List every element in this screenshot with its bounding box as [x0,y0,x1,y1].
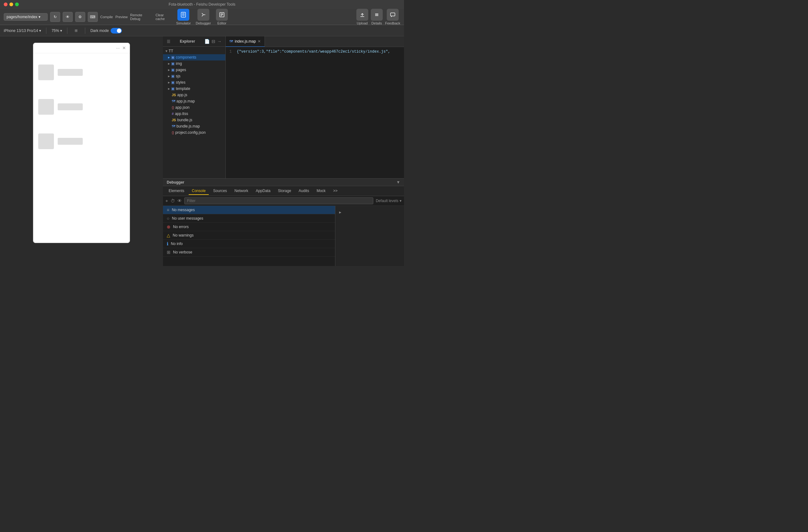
keyboard-icon-box: ⌨ [88,12,98,22]
tab-close-icon[interactable]: ✕ [258,39,261,43]
filter-input[interactable] [184,197,373,204]
settings-button-group[interactable]: ⚙ [75,12,85,22]
tree-file-project-config[interactable]: {} project.config.json [163,129,225,136]
editor-tab-index-js-map[interactable]: 🗺 index.js.map ✕ [226,36,265,47]
editor-explorer-row: ☰ Explorer 📄 ⊟ → ▾ TT [163,36,404,178]
console-item-no-warnings[interactable]: △ No warnings [163,231,335,240]
eye-tool-icon[interactable]: 👁 [178,198,182,203]
styles-chevron: ▸ [168,80,170,84]
ttss-icon: # [172,112,173,116]
pages-label: pages [176,68,186,72]
simulator-icon [180,12,186,18]
new-file-icon[interactable]: 📄 [204,39,210,44]
line-number-1: 1 [229,50,232,54]
debugger-icon-box [198,9,209,21]
tree-folder-sjs[interactable]: ▸ ▣ sjs [163,73,225,79]
dark-mode-toggle[interactable] [111,28,122,34]
no-messages-text: No messages [172,208,331,212]
console-item-no-errors[interactable]: ⊗ No errors [163,223,335,231]
minimize-traffic-light[interactable] [10,2,13,6]
tree-folder-components[interactable]: ▸ ▣ components [163,54,225,60]
tree-file-app-json[interactable]: {} app.json [163,104,225,111]
layout-button[interactable] [72,27,80,35]
page-selector-arrow: ▾ [39,15,40,19]
keyboard-button-group[interactable]: ⌨ [88,12,98,22]
clear-cache-button-group[interactable]: Clear cache [155,13,173,21]
pages-folder-icon: ▣ [171,68,175,72]
refresh-icon: ↻ [54,15,57,19]
tree-root-tt[interactable]: ▾ TT [163,48,225,54]
sjs-chevron: ▸ [168,74,170,78]
cursor-tool-icon[interactable]: ⌖ [165,198,168,204]
tab-mock[interactable]: Mock [313,187,329,195]
tree-folder-img[interactable]: ▸ ▣ img [163,60,225,67]
no-errors-text: No errors [173,225,331,229]
tab-appdata[interactable]: AppData [253,187,274,195]
tab-elements[interactable]: Elements [165,187,187,195]
page-selector[interactable]: pages/home/index ▾ [4,13,48,21]
tree-file-bundle-js[interactable]: JS bundle.js [163,117,225,123]
editor-button[interactable]: Editor [216,9,228,25]
levels-dropdown[interactable]: Default levels ▾ [376,198,402,203]
refresh-button[interactable]: ↻ [50,12,60,22]
editor-content[interactable]: 1 {"version":3,"file":"components/vant/w… [226,47,404,178]
device-name: iPhone 13/13 Pro/14 [4,28,38,33]
svg-point-2 [183,16,184,17]
message-list: ≡ No messages ○ No user messages ⊗ No er… [163,206,335,266]
tree-file-app-js[interactable]: JS app.js [163,92,225,98]
zoom-selector[interactable]: 75% ▾ [51,28,62,33]
preview-label-group[interactable]: Preview [115,15,128,19]
details-button[interactable]: Details [371,9,383,25]
file-tree: ▾ TT ▸ ▣ components ▸ ▣ img [163,47,225,178]
console-item-no-messages[interactable]: ≡ No messages [163,206,335,214]
preview-icon-box: 👁 [63,12,73,22]
console-item-no-user-messages[interactable]: ○ No user messages [163,214,335,223]
upload-button[interactable]: Upload [356,9,368,25]
components-folder-icon: ▣ [171,55,175,59]
preview-button-group[interactable]: 👁 [63,12,73,22]
tree-file-app-js-map[interactable]: 🗺 app.js.map [163,98,225,104]
editor-icon-box [216,9,228,21]
phone-close-icon[interactable]: ✕ [122,45,126,51]
console-item-no-info[interactable]: ℹ No info [163,240,335,248]
device-selector[interactable]: iPhone 13/13 Pro/14 ▾ [4,28,41,33]
tree-file-bundle-js-map[interactable]: 🗺 bundle.js.map [163,123,225,129]
app-json-label: app.json [175,105,189,110]
preview-label: Preview [115,15,128,19]
feedback-label: Feedback [385,21,400,25]
tab-console[interactable]: Console [189,187,209,195]
settings-icon-box: ⚙ [75,12,85,22]
title-bar: Fota-bluetooth - Feishu Developer Tools [0,0,404,9]
compile-button-group[interactable]: Compile [100,15,113,19]
feedback-button[interactable]: Feedback [385,9,400,25]
tree-folder-styles[interactable]: ▸ ▣ styles [163,79,225,86]
close-traffic-light[interactable] [4,2,7,6]
simulator-button[interactable]: Simulator [176,9,190,25]
no-errors-icon: ⊗ [167,224,170,229]
remote-debug-button-group[interactable]: Remote Debug [130,13,153,21]
bundle-js-label: bundle.js [177,118,192,122]
toolbar-right: Upload Details Feedback [231,9,400,25]
console-messages: ≡ No messages ○ No user messages ⊗ No er… [163,206,404,266]
timer-tool-icon[interactable]: ⏱ [170,198,175,203]
maximize-traffic-light[interactable] [15,2,19,6]
console-item-no-verbose[interactable]: ⊞ No verbose [163,248,335,256]
debugger-button[interactable]: Debugger [196,9,211,25]
device-chevron: ▾ [39,28,41,33]
js-icon-bundlejs: JS [172,118,176,122]
tab-audits[interactable]: Audits [296,187,312,195]
debugger-collapse-icon[interactable]: ▼ [396,180,400,185]
collapse-all-icon[interactable]: ⊟ [212,39,215,44]
tree-file-app-ttss[interactable]: # app.ttss [163,111,225,117]
expand-arrow-icon[interactable]: ▸ [339,210,341,215]
panel-right-icon[interactable]: → [217,39,222,44]
feedback-icon [390,12,396,18]
tree-folder-template[interactable]: ▸ ▣ template [163,86,225,92]
upload-icon-box [356,9,368,21]
tab-storage[interactable]: Storage [275,187,294,195]
tab-network[interactable]: Network [231,187,251,195]
no-warnings-icon: △ [167,233,170,238]
tab-more[interactable]: >> [330,187,341,195]
tree-folder-pages[interactable]: ▸ ▣ pages [163,67,225,73]
tab-sources[interactable]: Sources [210,187,230,195]
